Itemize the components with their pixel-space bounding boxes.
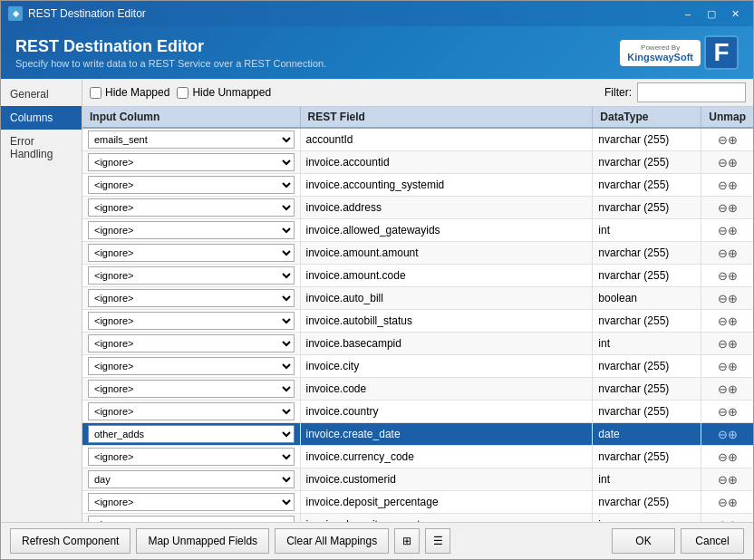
unmap-button[interactable]: ⊖⊕ — [718, 314, 738, 328]
unmap-button[interactable]: ⊖⊕ — [718, 133, 738, 147]
table-row[interactable]: <ignore>invoice.allowed_gatewayidsint⊖⊕ — [82, 219, 753, 242]
input-cell: <ignore> — [82, 355, 300, 378]
table-row[interactable]: <ignore>invoice.autobill_statusnvarchar … — [82, 310, 753, 333]
refresh-button[interactable]: Refresh Component — [10, 528, 130, 554]
unmap-button[interactable]: ⊖⊕ — [718, 337, 738, 351]
unmap-cell: ⊖⊕ — [701, 287, 753, 310]
unmap-button[interactable]: ⊖⊕ — [718, 428, 738, 441]
filter-label: Filter: — [604, 86, 632, 99]
icon-button-1[interactable]: ⊞ — [394, 528, 420, 554]
input-select[interactable]: <ignore> — [88, 221, 295, 239]
filter-input[interactable] — [637, 82, 746, 102]
col-header-rest: REST Field — [300, 107, 593, 128]
unmap-button[interactable]: ⊖⊕ — [718, 201, 738, 215]
input-select[interactable]: <ignore> — [88, 176, 295, 194]
datatype-cell: int — [593, 219, 701, 242]
unmap-button[interactable]: ⊖⊕ — [718, 292, 738, 305]
input-cell: <ignore> — [82, 514, 300, 523]
unmap-button[interactable]: ⊖⊕ — [718, 382, 738, 396]
table-row[interactable]: <ignore>invoice.amount.amountnvarchar (2… — [82, 242, 753, 265]
unmap-button[interactable]: ⊖⊕ — [718, 360, 738, 373]
input-select[interactable]: <ignore> — [88, 380, 295, 398]
rest-field-cell: invoice.currency_code — [300, 446, 593, 468]
footer-right: OK Cancel — [612, 528, 744, 554]
input-select[interactable]: <ignore> — [88, 266, 295, 285]
minimize-button[interactable]: – — [677, 5, 699, 22]
table-row[interactable]: <ignore>invoice.accounting_systemidnvarc… — [82, 174, 753, 197]
unmap-cell: ⊖⊕ — [701, 333, 753, 355]
datatype-cell: int — [593, 468, 701, 491]
input-select[interactable]: <ignore> — [88, 153, 295, 171]
rest-field-cell: invoice.amount.code — [300, 265, 593, 287]
datatype-cell: nvarchar (255) — [593, 491, 701, 514]
unmap-cell: ⊖⊕ — [701, 423, 753, 446]
unmap-button[interactable]: ⊖⊕ — [718, 450, 738, 464]
cancel-button[interactable]: Cancel — [681, 528, 744, 554]
unmap-button[interactable]: ⊖⊕ — [718, 246, 738, 260]
table-row[interactable]: <ignore>invoice.amount.codenvarchar (255… — [82, 265, 753, 287]
hide-mapped-label[interactable]: Hide Mapped — [90, 86, 169, 99]
table-row[interactable]: emails_sentaccountIdnvarchar (255)⊖⊕ — [82, 128, 753, 151]
unmap-cell: ⊖⊕ — [701, 242, 753, 265]
unmap-button[interactable]: ⊖⊕ — [718, 473, 738, 487]
input-select[interactable]: <ignore> — [88, 493, 295, 511]
datatype-cell: nvarchar (255) — [593, 242, 701, 265]
close-button[interactable]: ✕ — [724, 5, 746, 22]
header-title: REST Destination Editor — [15, 37, 326, 56]
sidebar-item-columns[interactable]: Columns — [1, 106, 82, 130]
table-row[interactable]: other_addsinvoice.create_datedate⊖⊕ — [82, 423, 753, 446]
table-row[interactable]: <ignore>invoice.accountidnvarchar (255)⊖… — [82, 151, 753, 174]
unmap-button[interactable]: ⊖⊕ — [718, 224, 738, 237]
clear-all-button[interactable]: Clear All Mappings — [275, 528, 389, 554]
unmap-cell: ⊖⊕ — [701, 446, 753, 468]
icon-button-2[interactable]: ☰ — [425, 528, 450, 554]
input-select[interactable]: <ignore> — [88, 289, 295, 307]
datatype-cell: nvarchar (255) — [593, 378, 701, 401]
unmap-cell: ⊖⊕ — [701, 174, 753, 197]
col-header-datatype: DataType — [593, 107, 701, 128]
hide-unmapped-checkbox[interactable] — [177, 87, 188, 99]
unmap-cell: ⊖⊕ — [701, 128, 753, 151]
hide-mapped-checkbox[interactable] — [90, 87, 102, 99]
table-row[interactable]: <ignore>invoice.citynvarchar (255)⊖⊕ — [82, 355, 753, 378]
input-select[interactable]: <ignore> — [88, 312, 295, 330]
sidebar-item-general[interactable]: General — [1, 82, 82, 106]
input-select[interactable]: <ignore> — [88, 244, 295, 262]
input-select[interactable]: <ignore> — [88, 448, 295, 466]
table-row[interactable]: <ignore>invoice.addressnvarchar (255)⊖⊕ — [82, 197, 753, 219]
input-select[interactable]: <ignore> — [88, 334, 295, 352]
rest-field-cell: accountId — [300, 128, 593, 151]
input-select[interactable]: <ignore> — [88, 402, 295, 420]
input-select[interactable]: <ignore> — [88, 198, 295, 217]
input-select[interactable]: <ignore> — [88, 516, 295, 522]
table-row[interactable]: <ignore>invoice.currency_codenvarchar (2… — [82, 446, 753, 468]
input-select[interactable]: day — [88, 470, 295, 488]
input-select[interactable]: emails_sent — [88, 130, 295, 149]
table-row[interactable]: <ignore>invoice.codenvarchar (255)⊖⊕ — [82, 378, 753, 401]
input-select[interactable]: other_adds — [88, 425, 295, 443]
unmap-button[interactable]: ⊖⊕ — [718, 179, 738, 192]
sidebar: General Columns Error Handling — [1, 79, 82, 522]
sidebar-item-error-handling[interactable]: Error Handling — [1, 130, 82, 166]
unmap-button[interactable]: ⊖⊕ — [718, 405, 738, 419]
table-row[interactable]: <ignore>invoice.countrynvarchar (255)⊖⊕ — [82, 401, 753, 423]
title-bar: ◈ REST Destination Editor – ▢ ✕ — [1, 1, 753, 26]
unmap-button[interactable]: ⊖⊕ — [718, 269, 738, 283]
ok-button[interactable]: OK — [612, 528, 675, 554]
rest-field-cell: invoice.basecampid — [300, 333, 593, 355]
table-row[interactable]: dayinvoice.customeridint⊖⊕ — [82, 468, 753, 491]
col-header-input: Input Column — [82, 107, 300, 128]
table-row[interactable]: <ignore>invoice.deposit_percentagenvarch… — [82, 491, 753, 514]
table-row[interactable]: <ignore>invoice.auto_billboolean⊖⊕ — [82, 287, 753, 310]
table-row[interactable]: <ignore>invoice.basecampidint⊖⊕ — [82, 333, 753, 355]
hide-unmapped-label[interactable]: Hide Unmapped — [177, 86, 271, 99]
unmap-button[interactable]: ⊖⊕ — [718, 496, 738, 509]
datatype-cell: nvarchar (255) — [593, 355, 701, 378]
map-unmapped-button[interactable]: Map Unmapped Fields — [136, 528, 269, 554]
table-row[interactable]: <ignore>invoice.deposit_amountimage⊖⊕ — [82, 514, 753, 523]
rest-field-cell: invoice.autobill_status — [300, 310, 593, 333]
window: ◈ REST Destination Editor – ▢ ✕ REST Des… — [0, 0, 754, 560]
input-select[interactable]: <ignore> — [88, 357, 295, 375]
unmap-button[interactable]: ⊖⊕ — [718, 156, 738, 169]
restore-button[interactable]: ▢ — [701, 5, 722, 22]
